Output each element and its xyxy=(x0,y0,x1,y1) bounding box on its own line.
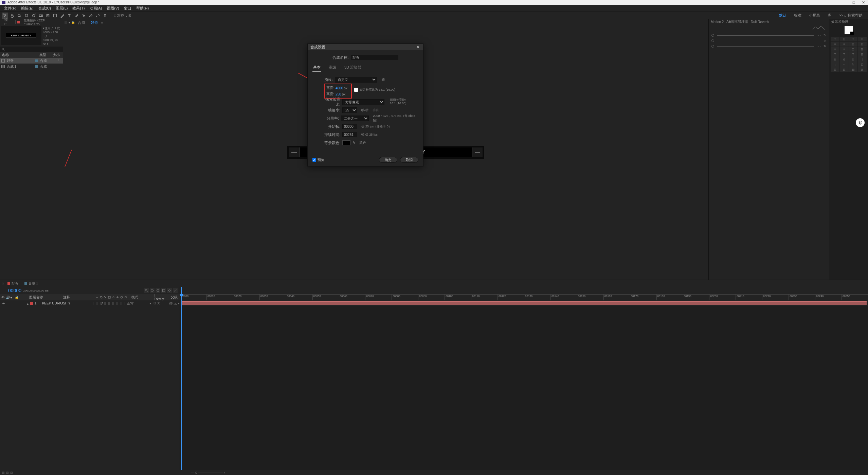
timeline-tab[interactable]: 合成 1 xyxy=(22,281,41,286)
close-button[interactable]: ✕ xyxy=(858,0,868,5)
workspace-default[interactable]: 默认 xyxy=(776,13,790,18)
svg-point-7 xyxy=(104,14,106,15)
hdr-trk[interactable]: T TrkMat xyxy=(152,294,169,301)
cancel-button[interactable]: 取消 xyxy=(400,157,418,163)
svg-point-11 xyxy=(145,289,147,291)
menu-layer[interactable]: 图层(L) xyxy=(54,6,70,11)
menu-view[interactable]: 视图(V) xyxy=(105,6,121,11)
viewer-tab-active[interactable]: 好奇 xyxy=(88,20,101,25)
lock-aspect-checkbox[interactable] xyxy=(354,88,358,92)
motion-blur-icon[interactable] xyxy=(167,288,172,293)
menu-help[interactable]: 帮助(H) xyxy=(134,6,151,11)
toggle-icon[interactable]: ⊞ xyxy=(2,471,5,474)
tab-effects[interactable]: 效果和预设 xyxy=(831,19,848,24)
col-size[interactable]: 大小 xyxy=(51,53,62,57)
menu-anim[interactable]: 动画(A) xyxy=(88,6,104,11)
toggle-icon[interactable]: ⊟ xyxy=(6,471,9,474)
menu-comp[interactable]: 合成(C) xyxy=(36,6,53,11)
roto-tool[interactable] xyxy=(95,13,101,19)
shy-icon[interactable] xyxy=(156,288,160,293)
project-thumbnail[interactable]: KEEP CURIOSITY xyxy=(1,26,41,45)
shape-tool[interactable] xyxy=(52,13,58,19)
name-label: 合成名称: xyxy=(332,55,348,60)
viewer-tab[interactable]: 合成 xyxy=(75,20,88,25)
eyedropper-icon[interactable]: ✎ xyxy=(352,141,357,145)
height-input[interactable]: 250 xyxy=(336,92,341,96)
eye-col-icon: 👁 xyxy=(1,296,5,299)
pen-tool[interactable] xyxy=(59,13,65,19)
menu-file[interactable]: 文件(F) xyxy=(2,6,18,11)
project-item[interactable]: 好奇 合成 ⋮ xyxy=(0,58,63,64)
timeline-right[interactable]: 0000000010000200003000040000500006000070… xyxy=(180,287,868,470)
type-tool[interactable] xyxy=(66,13,72,19)
layer-name[interactable]: KEEP CURIOSITY xyxy=(42,301,71,305)
hdr-parent[interactable]: 父级 xyxy=(169,295,180,300)
bg-color-swatch[interactable] xyxy=(342,140,350,145)
rotate-tool[interactable] xyxy=(31,13,37,19)
layer-color[interactable] xyxy=(30,302,33,305)
timeline-tab[interactable]: 好奇 xyxy=(5,281,21,286)
tab-dult[interactable]: Dult Reverb xyxy=(751,20,769,24)
clone-tool[interactable] xyxy=(80,13,87,19)
tab-scripts[interactable]: AE脚本管理器 xyxy=(726,19,748,24)
blend-mode[interactable]: 正常 xyxy=(127,301,149,306)
project-search[interactable] xyxy=(0,47,63,52)
trash-preset-icon[interactable]: 🗑 xyxy=(382,77,385,82)
project-item[interactable]: 合成 1 合成 xyxy=(0,64,63,69)
workspace-lib[interactable]: 库 xyxy=(824,13,835,18)
width-input[interactable]: 4000 xyxy=(336,86,343,90)
playhead[interactable] xyxy=(181,287,182,470)
brush-tool[interactable] xyxy=(73,13,79,19)
workspace-more[interactable]: >> ⌕ 搜索帮助 xyxy=(835,13,866,18)
menu-edit[interactable]: 编辑(E) xyxy=(19,6,36,11)
menu-window[interactable]: 窗口 xyxy=(122,6,133,11)
visibility-toggle[interactable] xyxy=(1,301,5,305)
time-ruler[interactable]: 0000000010000200003000040000500006000070… xyxy=(180,287,868,300)
layer-switch[interactable] xyxy=(93,302,96,305)
menu-effect[interactable]: 效果(T) xyxy=(70,6,87,11)
frame-blend-icon[interactable] xyxy=(161,288,166,293)
tab-3d[interactable]: 3D 渲染器 xyxy=(344,64,362,72)
current-time[interactable]: 00000 xyxy=(8,288,21,293)
preview-checkbox[interactable] xyxy=(312,158,316,162)
toggle-icon[interactable]: ⊡ xyxy=(10,471,13,474)
layer-row[interactable]: ▸ 1 T KEEP CURIOSITY / 正常 ▾ ⊡ 无 xyxy=(0,300,180,306)
dur-input[interactable] xyxy=(342,132,357,137)
hdr-name[interactable]: 图层名称 xyxy=(27,295,61,300)
eraser-tool[interactable] xyxy=(88,13,94,19)
start-input[interactable] xyxy=(342,124,357,129)
minimize-button[interactable]: — xyxy=(839,0,849,5)
preset-select[interactable]: 自定义 xyxy=(335,77,377,83)
col-name[interactable]: 名称 xyxy=(0,53,33,57)
ok-button[interactable]: 确定 xyxy=(379,157,397,163)
fps-select[interactable]: 25 xyxy=(342,107,357,113)
puppet-tool[interactable] xyxy=(102,13,108,19)
tab-motion2[interactable]: Motion 2 xyxy=(711,20,724,24)
hdr-mode[interactable]: 模式 xyxy=(129,295,152,300)
deer-floating-icon[interactable] xyxy=(856,118,865,127)
dialog-titlebar[interactable]: 合成设置 ✕ xyxy=(308,44,423,50)
tab-advanced[interactable]: 高级 xyxy=(328,64,337,72)
orbit-tool[interactable] xyxy=(23,13,30,19)
hdr-comment[interactable]: 注释 xyxy=(61,295,88,300)
col-type[interactable]: 类型 xyxy=(37,53,51,57)
maximize-button[interactable]: □ xyxy=(849,0,858,5)
par-select[interactable]: 方形像素 xyxy=(342,99,384,105)
char-cell[interactable]: T xyxy=(831,37,839,41)
lock-col-icon: 🔒 xyxy=(15,296,18,299)
zoom-tool[interactable] xyxy=(16,13,22,19)
tab-basic[interactable]: 基本 xyxy=(312,64,321,72)
graph-icon[interactable] xyxy=(173,288,178,293)
layer-bar[interactable] xyxy=(181,301,867,305)
expand-icon[interactable]: ▸ xyxy=(27,302,30,305)
fill-stroke-swatch[interactable] xyxy=(845,26,853,34)
tag-icon[interactable] xyxy=(150,288,155,293)
search-icon[interactable] xyxy=(144,288,149,293)
comp-name-input[interactable] xyxy=(351,55,398,60)
workspace-small[interactable]: 小屏幕 xyxy=(806,13,824,18)
dialog-close-button[interactable]: ✕ xyxy=(416,45,420,49)
camera-tool[interactable] xyxy=(38,13,44,19)
res-select[interactable]: 二分之一 xyxy=(341,116,369,121)
pan-behind-tool[interactable] xyxy=(45,13,51,19)
workspace-standard[interactable]: 标准 xyxy=(791,13,805,18)
